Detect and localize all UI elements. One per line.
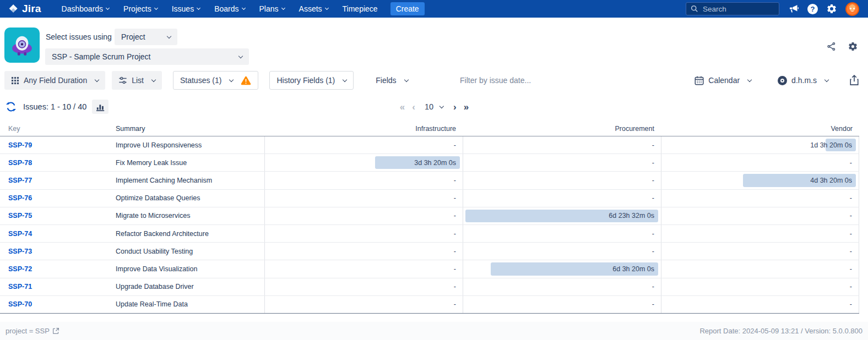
- duration-value: -: [454, 230, 456, 238]
- nav-item-label: Assets: [299, 4, 322, 13]
- app-header: Select issues using Project SSP - Sample…: [0, 18, 868, 67]
- duration-cell-procurement: -: [463, 136, 661, 153]
- issue-key-link[interactable]: SSP-74: [8, 230, 32, 238]
- duration-value: -: [454, 177, 456, 184]
- duration-value: -: [652, 283, 654, 290]
- duration-cell-vendor: 4d 3h 20m 0s: [661, 172, 859, 189]
- column-header-vendor[interactable]: Vendor: [661, 121, 859, 136]
- table-row: SSP-76Optimize Database Queries---: [0, 190, 859, 207]
- issue-key-link[interactable]: SSP-77: [8, 177, 32, 184]
- table-row: SSP-70Update Real-Time Data---: [0, 296, 859, 314]
- settings-icon[interactable]: [826, 3, 837, 14]
- column-header-label: Infrastructure: [415, 125, 456, 133]
- duration-cell-vendor: -: [661, 260, 859, 277]
- issue-key-link[interactable]: SSP-75: [8, 212, 32, 220]
- issue-key-cell: SSP-75: [0, 207, 116, 224]
- duration-value: -: [652, 177, 654, 184]
- duration-cell-vendor: -: [661, 278, 859, 295]
- pagination-first-button[interactable]: «: [400, 102, 404, 112]
- nav-item-label: Projects: [123, 4, 151, 13]
- issue-key-cell: SSP-70: [0, 296, 116, 313]
- announcements-icon[interactable]: [788, 3, 799, 15]
- chevron-down-icon: [325, 6, 329, 10]
- jira-logo[interactable]: Jira: [8, 3, 41, 15]
- column-header-label: Vendor: [831, 125, 853, 133]
- chevron-down-icon: [229, 77, 234, 81]
- field-duration-button[interactable]: Any Field Duration: [4, 71, 105, 90]
- external-link-icon[interactable]: [52, 327, 59, 334]
- issue-key-link[interactable]: SSP-71: [8, 283, 32, 290]
- issue-summary-text: Refactor Backend Architecture: [116, 230, 209, 238]
- issue-key-cell: SSP-78: [0, 154, 116, 171]
- duration-cell-procurement: -: [463, 154, 661, 171]
- format-label: d.h.m.s: [791, 76, 817, 85]
- nav-item-boards[interactable]: Boards: [207, 0, 252, 18]
- report-date-text: Report Date: 2024-05-09 13:21 / Version:…: [699, 327, 862, 335]
- calendar-icon: [695, 76, 704, 85]
- issue-summary-text: Migrate to Microservices: [116, 212, 190, 220]
- nav-item-plans[interactable]: Plans: [252, 0, 292, 18]
- user-avatar[interactable]: [845, 2, 859, 16]
- history-fields-button[interactable]: History Fields (1): [269, 71, 354, 90]
- nav-item-timepiece[interactable]: Timepiece: [335, 0, 385, 18]
- page-size-select[interactable]: 10: [422, 102, 446, 111]
- nav-item-label: Issues: [172, 4, 194, 13]
- duration-value: -: [652, 141, 654, 149]
- issue-date-filter-input[interactable]: Filter by issue date...: [460, 76, 531, 85]
- issue-key-link[interactable]: SSP-72: [8, 265, 32, 273]
- nav-right-group: Search ?: [686, 2, 859, 16]
- issue-summary-text: Improve UI Responsiveness: [116, 141, 202, 149]
- column-header-procurement[interactable]: Procurement: [463, 121, 661, 136]
- issue-summary-text: Optimize Database Queries: [116, 194, 200, 202]
- issue-key-link[interactable]: SSP-76: [8, 194, 32, 202]
- duration-value: -: [454, 283, 456, 290]
- search-input[interactable]: Search: [686, 2, 779, 15]
- issue-key-cell: SSP-72: [0, 260, 116, 277]
- project-select[interactable]: SSP - Sample Scrum Project: [45, 48, 249, 65]
- issue-key-link[interactable]: SSP-78: [8, 159, 32, 167]
- share-icon[interactable]: [826, 41, 837, 52]
- duration-format-button[interactable]: d.h.m.s: [771, 71, 835, 90]
- duration-value: -: [652, 230, 654, 238]
- calendar-button[interactable]: Calendar: [688, 71, 758, 90]
- nav-item-assets[interactable]: Assets: [292, 0, 335, 18]
- duration-value: -: [454, 194, 456, 202]
- nav-item-issues[interactable]: Issues: [165, 0, 207, 18]
- statuses-label: Statuses (1): [180, 76, 221, 85]
- issue-summary-cell: Optimize Database Queries: [116, 190, 264, 207]
- duration-value: -: [850, 265, 852, 273]
- gear-icon[interactable]: [848, 41, 858, 52]
- issue-key-link[interactable]: SSP-79: [8, 141, 32, 149]
- fields-button[interactable]: Fields: [369, 71, 414, 90]
- issues-bar: Issues: 1 - 10 / 40 « ‹ 10 › »: [0, 96, 868, 118]
- pagination-next-button[interactable]: ›: [453, 102, 456, 112]
- issue-summary-cell: Upgrade Database Driver: [116, 278, 264, 295]
- issue-source-select[interactable]: Project: [115, 29, 177, 45]
- duration-cell-infrastructure: -: [264, 190, 463, 207]
- fields-label: Fields: [376, 76, 396, 85]
- jira-logo-icon: [8, 3, 19, 15]
- statuses-button[interactable]: Statuses (1): [173, 71, 258, 90]
- issue-summary-cell: Improve Data Visualization: [116, 260, 264, 277]
- duration-cell-infrastructure: -: [264, 225, 463, 242]
- duration-value: -: [454, 248, 456, 255]
- pagination-last-button[interactable]: »: [464, 102, 468, 112]
- nav-item-projects[interactable]: Projects: [116, 0, 165, 18]
- column-header-summary[interactable]: Summary: [116, 121, 264, 136]
- chart-view-button[interactable]: [92, 100, 109, 114]
- export-icon[interactable]: [849, 75, 859, 86]
- issue-key-link[interactable]: SSP-73: [8, 248, 32, 255]
- issue-summary-text: Upgrade Database Driver: [116, 283, 194, 290]
- refresh-icon[interactable]: [6, 101, 17, 112]
- view-type-button[interactable]: List: [112, 71, 162, 90]
- column-header-key[interactable]: Key: [0, 121, 116, 136]
- create-button[interactable]: Create: [390, 2, 425, 15]
- calendar-label: Calendar: [708, 76, 740, 85]
- column-header-infrastructure[interactable]: Infrastructure: [264, 121, 463, 136]
- table-body: SSP-79Improve UI Responsiveness--1d 3h 2…: [0, 136, 859, 314]
- column-header-label: Procurement: [615, 125, 654, 133]
- help-icon[interactable]: ?: [807, 4, 818, 14]
- issue-key-link[interactable]: SSP-70: [8, 300, 32, 308]
- nav-item-dashboards[interactable]: Dashboards: [55, 0, 117, 18]
- pagination-prev-button[interactable]: ‹: [412, 102, 415, 112]
